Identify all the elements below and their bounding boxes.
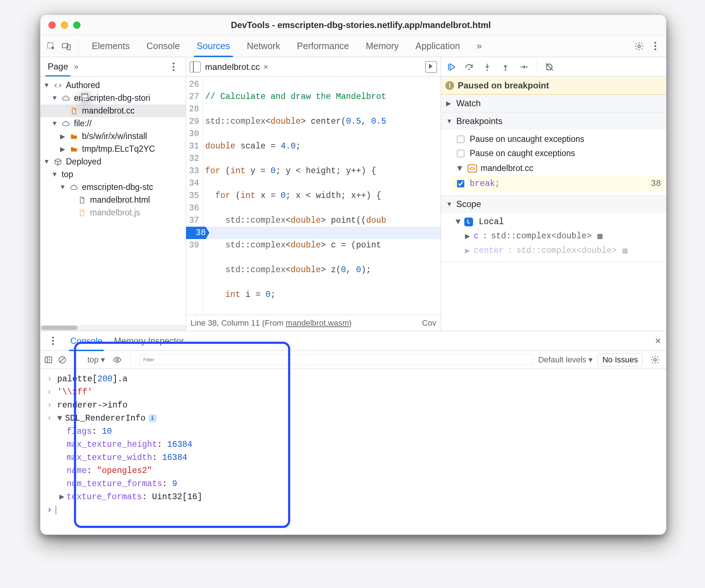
navigator-tab-page[interactable]: Page	[46, 57, 70, 76]
tab-network[interactable]: Network	[244, 36, 283, 56]
log-levels-selector[interactable]: Default levels ▾	[538, 355, 592, 365]
scope-var-center[interactable]: ▶center: std::complex<double>▦	[456, 243, 661, 258]
tree-deployed[interactable]: ▼Deployed	[40, 155, 186, 168]
breakpoint-line-marker[interactable]: 38	[186, 227, 209, 239]
svg-point-6	[487, 69, 488, 71]
tree-label: mandelbrot.html	[90, 195, 150, 205]
tree-site-authored[interactable]: ▼emscripten-dbg-stori	[40, 92, 186, 104]
scope-header[interactable]: ▼Scope	[441, 195, 666, 213]
scope-local-row[interactable]: ▼LLocal	[456, 215, 661, 229]
drawer-close-icon[interactable]: ×	[655, 335, 661, 347]
tab-console[interactable]: Console	[143, 36, 183, 56]
tab-elements[interactable]: Elements	[89, 36, 133, 56]
execution-line-highlight	[186, 227, 441, 239]
tab-memory[interactable]: Memory	[363, 36, 401, 56]
tree-label: Deployed	[66, 157, 101, 167]
tree-file-mandelbrot-cc[interactable]: mandelbrot.cc	[40, 104, 186, 117]
pause-uncaught-checkbox[interactable]: Pause on uncaught exceptions	[456, 132, 661, 146]
file-doc-icon	[78, 196, 86, 204]
cube-icon	[54, 158, 62, 166]
console-sidebar-toggle-icon[interactable]	[44, 355, 53, 364]
drawer-tab-console[interactable]: Console	[69, 331, 104, 350]
issues-button[interactable]: No Issues	[598, 353, 643, 366]
drawer: Console Memory Inspector × top▾ Default …	[40, 331, 666, 535]
tree-top-frame[interactable]: ▼top	[40, 168, 186, 181]
tab-application[interactable]: Application	[413, 36, 463, 56]
breakpoints-section: ▼Breakpoints Pause on uncaught exception…	[441, 112, 666, 195]
clear-console-icon[interactable]	[58, 355, 67, 364]
tree-site-deployed[interactable]: ▼emscripten-dbg-stc	[40, 181, 186, 194]
settings-gear-icon[interactable]	[632, 39, 646, 53]
tabs-overflow[interactable]: »	[474, 36, 485, 56]
drawer-tabs: Console Memory Inspector ×	[40, 331, 666, 351]
drawer-more-icon[interactable]	[46, 334, 60, 348]
close-window-button[interactable]	[48, 21, 56, 29]
step-out-icon[interactable]	[500, 61, 511, 72]
run-snippet-icon[interactable]	[425, 61, 437, 73]
close-tab-icon[interactable]: ×	[264, 62, 268, 72]
more-menu-icon[interactable]	[648, 39, 662, 53]
obj-kv-max-texture-height: max_texture_height: 16384	[47, 438, 659, 451]
tree-file-scheme[interactable]: ▼file://	[40, 117, 186, 130]
line-gutter[interactable]: 2627282930313233343536373839	[186, 77, 203, 315]
console-filter-input[interactable]	[139, 354, 533, 365]
frame-icon	[80, 91, 89, 100]
tab-sources[interactable]: Sources	[194, 36, 233, 56]
tree-file-html[interactable]: mandelbrot.html	[40, 194, 186, 206]
step-over-icon[interactable]	[464, 61, 474, 72]
file-source-icon	[70, 107, 78, 115]
memory-icon[interactable]: ▦	[598, 231, 603, 241]
svg-point-11	[116, 359, 118, 361]
navigator-tabs-overflow[interactable]: »	[74, 62, 78, 72]
tab-performance[interactable]: Performance	[294, 36, 352, 56]
scope-section: ▼Scope ▼LLocal ▶c: std::complex<double>▦…	[441, 195, 666, 262]
resume-icon[interactable]	[445, 61, 456, 72]
live-expression-icon[interactable]	[113, 355, 122, 364]
execution-context-selector[interactable]: top▾	[84, 354, 108, 365]
devtools-window: DevTools - emscripten-dbg-stories.netlif…	[40, 15, 666, 535]
toggle-navigator-icon[interactable]	[190, 61, 201, 72]
tree-folder-2[interactable]: ▶tmp/tmp.ELcTq2YC	[40, 143, 186, 155]
tree-authored[interactable]: ▼Authored	[40, 79, 186, 92]
debugger-panel: i Paused on breakpoint ▶Watch ▼Breakpoin…	[441, 57, 666, 331]
tree-label: file://	[74, 119, 92, 128]
step-into-icon[interactable]	[482, 61, 493, 72]
drawer-tab-memory-inspector[interactable]: Memory Inspector	[113, 331, 185, 350]
minimize-window-button[interactable]	[61, 21, 68, 29]
svg-point-12	[654, 358, 657, 361]
console-output[interactable]: ›palette[200].a ‹'\\xff' ›renderer->info…	[40, 369, 666, 535]
console-settings-icon[interactable]	[648, 353, 662, 367]
tree-horizontal-scrollbar[interactable]	[40, 325, 186, 331]
breakpoint-toggle[interactable]	[457, 180, 464, 187]
tree-folder-1[interactable]: ▶b/s/w/ir/x/w/install	[40, 130, 186, 143]
source-code[interactable]: // Calculate and draw the Mandelbrot std…	[203, 77, 441, 315]
zoom-window-button[interactable]	[73, 21, 80, 29]
obj-kv-texture-formats[interactable]: ▶texture_formats: Uint32[16]	[47, 490, 659, 504]
code-editor[interactable]: 38 2627282930313233343536373839 // Calcu…	[186, 77, 441, 315]
source-chip-icon: <>	[468, 164, 477, 172]
step-icon[interactable]	[518, 61, 529, 72]
console-output-2-header[interactable]: ‹▼ SDL_RendererInfo i	[47, 412, 659, 425]
pause-caught-checkbox[interactable]: Pause on caught exceptions	[456, 146, 661, 160]
watch-header[interactable]: ▶Watch	[441, 95, 666, 112]
breakpoint-entry[interactable]: break; 38	[452, 176, 665, 191]
breakpoints-header[interactable]: ▼Breakpoints	[441, 112, 666, 130]
cloud-icon	[62, 94, 70, 103]
deactivate-breakpoints-icon[interactable]	[544, 61, 555, 72]
scope-var-c[interactable]: ▶c: std::complex<double>▦	[456, 229, 661, 243]
tree-file-js[interactable]: mandelbrot.js	[40, 206, 186, 219]
local-badge-icon: L	[464, 218, 473, 226]
editor-tab[interactable]: mandelbrot.cc ×	[205, 62, 268, 72]
tree-label: tmp/tmp.ELcTq2YC	[82, 144, 155, 154]
navigator-more-icon[interactable]	[166, 60, 181, 74]
console-input-2: ›renderer->info	[47, 399, 659, 412]
device-toolbar-icon[interactable]	[59, 39, 73, 53]
svg-rect-4	[82, 94, 88, 98]
cloud-icon	[62, 119, 70, 128]
info-chip-icon[interactable]: i	[149, 414, 157, 422]
inspect-element-icon[interactable]	[44, 39, 58, 53]
console-prompt[interactable]: ›	[47, 504, 659, 517]
console-input-1: ›palette[200].a	[47, 373, 659, 386]
memory-icon[interactable]: ▦	[623, 246, 628, 256]
breakpoint-file-row[interactable]: ▼<>mandelbrot.cc	[456, 160, 661, 176]
